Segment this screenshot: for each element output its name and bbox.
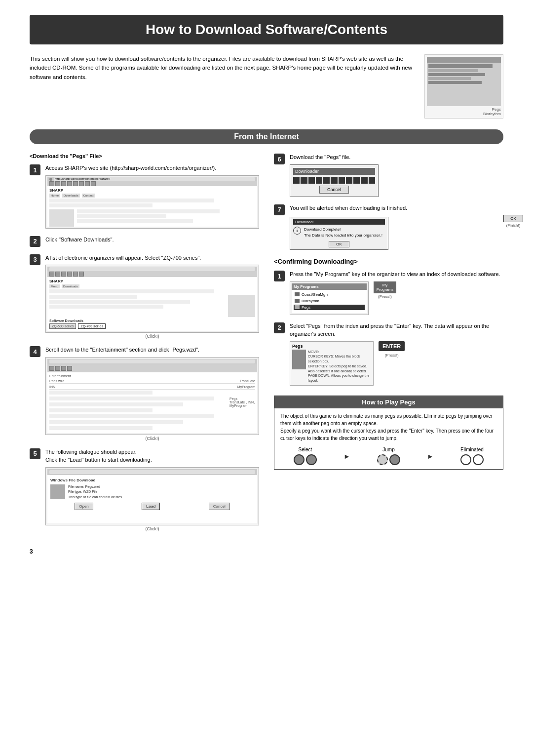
ok-badge: OK <box>503 215 523 222</box>
step-5-num: 5 <box>30 448 40 459</box>
confirm-step-2-num: 2 <box>274 322 285 333</box>
step-5: 5 The following dialogue should appear.C… <box>30 448 259 531</box>
step-7-text: You will be alerted when downloading is … <box>290 204 503 212</box>
step-3-num: 3 <box>30 254 40 265</box>
browser-bar: http://sharp-world.com/contents/organize… <box>47 177 257 181</box>
program-item-1: Coast/SeaMgn <box>294 292 365 297</box>
website-content-4: Entertainment Pegs.wzdTransLate INNMyPro… <box>47 372 257 433</box>
confirm-step-2-content: Select "Pegs" from the index and press t… <box>290 322 503 386</box>
pegs-key-descriptions: MOVE: CURSOR KEYS: Moves the block selec… <box>308 350 371 384</box>
key-grid <box>292 350 306 369</box>
jump-item: Jump <box>377 447 400 465</box>
pegs-label: Pegs <box>492 107 501 112</box>
my-programs-badge: MyPrograms <box>374 281 396 293</box>
step-4: 4 Scroll down to the "Entertainment" sec… <box>30 346 259 441</box>
peg-circle-elim-1 <box>460 454 471 465</box>
intro-text: This section will show you how to downlo… <box>30 54 415 119</box>
right-column: 6 Download the "Pegs" file. Downloader <box>274 153 503 538</box>
page-number: 3 <box>30 548 503 555</box>
step-6-content: Download the "Pegs" file. Downloader <box>290 153 503 197</box>
eliminated-item: Eliminated <box>460 447 484 465</box>
play-pegs-intro: The object of this game is to eliminate … <box>280 412 497 442</box>
confirm-step-1-content: Press the "My Programs" key of the organ… <box>290 270 503 315</box>
step-3: 3 A list of electronic organizers will a… <box>30 254 259 339</box>
step-2-content: Click "Software Downloads". <box>45 236 259 247</box>
programs-list: Coast/SeaMgn Biorhythm Pegs <box>292 290 367 313</box>
step-7-content: You will be alerted when downloading is … <box>290 204 503 250</box>
step-7-dialog-wrapper: Download! i Download Complete!The Data i… <box>290 215 503 250</box>
programs-screenshot: My Programs Coast/SeaMgn Biorhythm <box>290 281 369 315</box>
dialog-title: Downloader <box>293 168 375 175</box>
browser-toolbar-4 <box>47 364 257 372</box>
main-content: <Download the "Pegs" File> 1 Access SHAR… <box>30 153 503 538</box>
step-5-content: The following dialogue should appear.Cli… <box>45 448 259 531</box>
step-6-text: Download the "Pegs" file. <box>290 153 503 161</box>
press-label-2: (Press!) <box>379 353 405 358</box>
select-label: Select <box>294 447 317 452</box>
complete-title: Download! <box>293 219 385 225</box>
biorhythm-label: Biorhythm <box>427 112 501 116</box>
jump-label: Jump <box>377 447 400 452</box>
program-icon-3 <box>295 305 300 309</box>
step-3-text: A list of electronic organizers will app… <box>45 254 259 262</box>
website-content-3: SHARP Menu Downloads <box>47 277 257 331</box>
eliminated-label: Eliminated <box>460 447 484 452</box>
step-3-screenshot: SHARP Menu Downloads <box>45 265 259 333</box>
enter-badge: ENTER <box>379 341 405 351</box>
left-column: <Download the "Pegs" File> 1 Access SHAR… <box>30 153 259 538</box>
download-complete-dialog: Download! i Download Complete!The Data i… <box>290 217 388 250</box>
confirm-step-1-text: Press the "My Programs" key of the organ… <box>290 270 503 279</box>
click-label-4: (Click!) <box>45 436 259 441</box>
select-item: Select <box>294 447 317 465</box>
info-icon: i <box>293 227 301 235</box>
pegs-detail-title: Pegs <box>292 344 371 349</box>
finish-label: (Finish!) <box>503 223 523 228</box>
jump-circles <box>377 454 400 465</box>
program-item-2: Biorhythm <box>294 298 365 304</box>
step-4-num: 4 <box>30 346 40 357</box>
confirm-step-2-details: Pegs MOVE: CURSOR KEYS: Moves the block … <box>290 341 503 386</box>
downloader-dialog: Downloader Cancel <box>290 164 379 197</box>
select-circles <box>294 454 317 465</box>
intro-screenshot <box>427 57 501 106</box>
step-5-screenshot: Windows File Download File name: Pegs.wz… <box>45 467 259 525</box>
arrow-1: ► <box>343 452 350 460</box>
play-pegs-header: How to Play Pegs <box>274 396 503 408</box>
step-1: 1 Access SHARP's web site (http://sharp-… <box>30 164 259 229</box>
sub-header-download: <Download the "Pegs" File> <box>30 153 259 159</box>
step-6: 6 Download the "Pegs" file. Downloader <box>274 153 503 197</box>
browser-toolbar <box>47 181 257 186</box>
ok-button[interactable]: OK <box>329 241 349 247</box>
step-3-content: A list of electronic organizers will app… <box>45 254 259 339</box>
step-5-text: The following dialogue should appear.Cli… <box>45 448 259 464</box>
pegs-side-label: PegsTransLate , INN, MyProgram <box>229 397 257 407</box>
step-6-num: 6 <box>274 154 285 164</box>
peg-circle-elim-2 <box>473 454 484 465</box>
section-header-internet: From the Internet <box>30 129 503 144</box>
arrow-2: ► <box>427 452 434 460</box>
confirm-step-1-details: My Programs Coast/SeaMgn Biorhythm <box>290 281 503 315</box>
confirm-step-1: 1 Press the "My Programs" key of the org… <box>274 270 503 315</box>
pegs-game-row: Select ► Jump <box>280 447 497 465</box>
program-item-3-selected: Pegs <box>294 305 365 310</box>
step-4-screenshot: Entertainment Pegs.wzdTransLate INNMyPro… <box>45 357 259 435</box>
click-label-5: (Click!) <box>45 526 259 531</box>
browser-toolbar-3 <box>47 271 257 277</box>
intro-section: This section will show you how to downlo… <box>30 54 503 119</box>
step-7-num: 7 <box>274 204 285 215</box>
website-content: SHARP Home Downloads Contact <box>47 186 257 227</box>
step-2-num: 2 <box>30 236 40 247</box>
peg-circle-jump-1 <box>377 454 388 465</box>
pegs-detail-screenshot: Pegs MOVE: CURSOR KEYS: Moves the block … <box>290 341 374 386</box>
step-4-text: Scroll down to the "Entertainment" secti… <box>45 346 259 354</box>
load-button-dialog[interactable]: Load <box>142 503 160 510</box>
cancel-button[interactable]: Cancel <box>319 186 349 194</box>
click-label-3: (Click!) <box>45 334 259 339</box>
step-1-text: Access SHARP's web site (http://sharp-wo… <box>45 164 259 172</box>
play-pegs-section: How to Play Pegs The object of this game… <box>274 396 503 470</box>
dialog-bar-5 <box>47 469 257 475</box>
load-dialog-content: Windows File Download File name: Pegs.wz… <box>47 475 257 523</box>
finish-badge-wrapper: OK (Finish!) <box>503 215 523 228</box>
step-4-content: Scroll down to the "Entertainment" secti… <box>45 346 259 441</box>
page-title: How to Download Software/Contents <box>30 15 503 44</box>
